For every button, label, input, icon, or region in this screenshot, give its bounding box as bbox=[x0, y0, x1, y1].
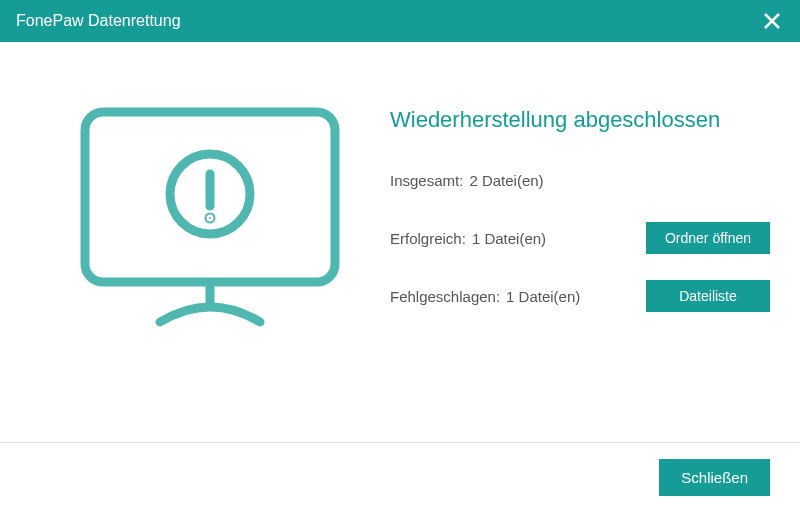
app-title: FonePaw Datenrettung bbox=[16, 12, 181, 30]
success-row: Erfolgreich: 1 Datei(en) Ordner öffnen bbox=[390, 221, 770, 255]
success-value: 1 Datei(en) bbox=[472, 230, 646, 247]
close-button[interactable]: Schließen bbox=[659, 459, 770, 496]
failed-row: Fehlgeschlagen: 1 Datei(en) Dateiliste bbox=[390, 279, 770, 313]
failed-value: 1 Datei(en) bbox=[506, 288, 646, 305]
illustration-panel bbox=[30, 82, 390, 412]
monitor-warning-icon bbox=[70, 102, 350, 356]
total-row: Insgesamt: 2 Datei(en) bbox=[390, 163, 770, 197]
file-list-button[interactable]: Dateiliste bbox=[646, 280, 770, 312]
failed-label: Fehlgeschlagen: bbox=[390, 288, 500, 305]
open-folder-button[interactable]: Ordner öffnen bbox=[646, 222, 770, 254]
footer-bar: Schließen bbox=[0, 442, 800, 512]
results-panel: Wiederherstellung abgeschlossen Insgesam… bbox=[390, 82, 770, 412]
title-bar: FonePaw Datenrettung bbox=[0, 0, 800, 42]
success-label: Erfolgreich: bbox=[390, 230, 466, 247]
main-content: Wiederherstellung abgeschlossen Insgesam… bbox=[0, 42, 800, 432]
total-label: Insgesamt: bbox=[390, 172, 463, 189]
recovery-complete-heading: Wiederherstellung abgeschlossen bbox=[390, 107, 770, 133]
svg-point-6 bbox=[209, 217, 211, 219]
close-icon[interactable] bbox=[760, 9, 784, 33]
total-value: 2 Datei(en) bbox=[469, 172, 770, 189]
